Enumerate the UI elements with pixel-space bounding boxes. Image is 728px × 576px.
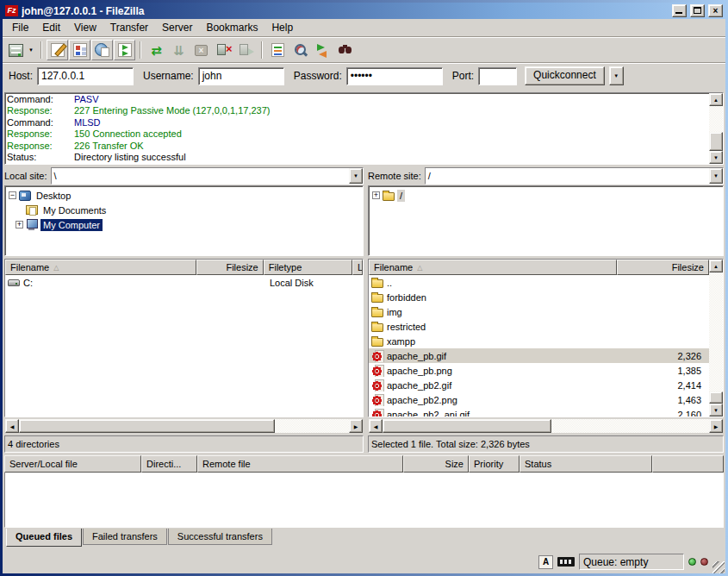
local-site-combobox[interactable]: \ ▼ [51, 167, 364, 185]
menu-server[interactable]: Server [155, 20, 199, 35]
menu-view[interactable]: View [67, 20, 103, 35]
quickconnect-button[interactable]: Quickconnect [525, 66, 605, 85]
log-vertical-scrollbar[interactable]: ▲ ▼ [709, 93, 723, 164]
remote-file-row[interactable]: apache_pb2.gif2,414 [369, 378, 709, 392]
resize-grip[interactable] [712, 561, 725, 573]
queue-column-direction[interactable]: Directi... [141, 455, 197, 473]
scroll-up-button[interactable]: ▲ [709, 93, 723, 106]
scrollbar-thumb[interactable] [19, 419, 275, 433]
remote-column-filename[interactable]: Filename△ [369, 260, 617, 275]
close-button[interactable]: × [708, 4, 723, 17]
scrollbar-thumb[interactable] [383, 419, 551, 433]
quickconnect-dropdown-button[interactable]: ▼ [609, 66, 624, 85]
scroll-right-button[interactable]: ▶ [349, 419, 363, 433]
image-file-icon [371, 350, 383, 362]
log-line: Response:226 Transfer OK [7, 141, 709, 152]
tab-queued-files[interactable]: Queued files [6, 529, 82, 547]
directory-listing-filters-button[interactable] [267, 40, 289, 60]
remote-file-row[interactable]: .. [369, 275, 709, 290]
local-column-lastmodified[interactable]: L [352, 260, 363, 275]
disconnect-button[interactable]: × [213, 40, 234, 60]
file-search-button[interactable] [289, 40, 311, 60]
toolbar-separator [140, 41, 141, 59]
tree-item-root[interactable]: + / [370, 188, 722, 203]
menu-help[interactable]: Help [264, 20, 300, 35]
toggle-message-log-button[interactable] [47, 40, 68, 60]
cancel-operation-button[interactable]: × [190, 40, 212, 60]
scrollbar-thumb[interactable] [709, 132, 723, 151]
remote-file-row[interactable]: forbidden [369, 290, 709, 304]
remote-horizontal-scrollbar[interactable]: ◀ ▶ [369, 419, 723, 433]
remote-file-row[interactable]: apache_pb2.png1,463 [369, 392, 709, 407]
site-manager-dropdown-button[interactable]: ▼ [26, 40, 36, 60]
menu-bookmarks[interactable]: Bookmarks [199, 20, 264, 35]
remote-file-row[interactable]: xampp [369, 334, 709, 348]
remote-file-row[interactable]: restricted [369, 319, 709, 334]
local-pane: Local site: \ ▼ − Desktop My Documents [4, 167, 364, 453]
remote-column-filesize[interactable]: Filesize [617, 260, 709, 275]
scrollbar-thumb[interactable] [709, 391, 723, 404]
tab-failed-transfers[interactable]: Failed transfers [83, 529, 167, 545]
scroll-left-button[interactable]: ◀ [5, 419, 19, 433]
title-bar: Fz john@127.0.0.1 - FileZilla × [3, 3, 725, 19]
port-input[interactable] [478, 67, 517, 85]
username-input[interactable]: john [198, 67, 284, 85]
desktop-icon [19, 191, 31, 201]
host-input[interactable]: 127.0.0.1 [37, 67, 134, 85]
remote-file-row-selected[interactable]: apache_pb.gif2,326 [369, 348, 709, 363]
remote-vertical-scrollbar[interactable]: ▲ ▼ [709, 260, 723, 416]
scroll-left-button[interactable]: ◀ [369, 419, 383, 433]
process-queue-button[interactable]: ⇊ [168, 40, 190, 60]
expand-icon[interactable]: + [372, 191, 380, 199]
local-column-filetype[interactable]: Filetype [264, 260, 352, 275]
remote-site-combobox[interactable]: / ▼ [425, 167, 724, 185]
combo-dropdown-button[interactable]: ▼ [349, 168, 363, 184]
arrow-up-icon: ▲ [713, 97, 719, 103]
refresh-button[interactable]: ⇄ [146, 40, 167, 60]
tree-item-my-documents[interactable]: My Documents [6, 203, 362, 217]
local-file-row[interactable]: C: Local Disk [5, 275, 363, 290]
scroll-down-button[interactable]: ▼ [709, 404, 723, 416]
queue-column-serverlocal[interactable]: Server/Local file [4, 455, 141, 473]
transfer-type-ascii-icon[interactable]: A [538, 555, 553, 569]
queue-column-priority[interactable]: Priority [469, 455, 520, 473]
arrow-left-icon: ◀ [10, 423, 15, 429]
queue-column-remotefile[interactable]: Remote file [197, 455, 403, 473]
scroll-right-button[interactable]: ▶ [709, 419, 723, 433]
folder-icon [371, 338, 383, 347]
speed-limit-badge-icon[interactable] [557, 557, 575, 567]
collapse-icon[interactable]: − [9, 191, 16, 199]
remote-file-list: Filename△ Filesize .. forbidden img rest… [368, 259, 724, 417]
expand-icon[interactable]: + [16, 221, 23, 229]
maximize-button[interactable] [690, 4, 705, 17]
tree-item-my-computer[interactable]: + My Computer [6, 217, 362, 232]
remote-file-row[interactable]: apache_pb.png1,385 [369, 363, 709, 378]
local-column-filesize[interactable]: Filesize [196, 260, 263, 275]
tab-successful-transfers[interactable]: Successful transfers [168, 529, 272, 545]
queue-column-size[interactable]: Size [403, 455, 469, 473]
toggle-local-tree-button[interactable] [69, 40, 90, 60]
local-horizontal-scrollbar[interactable]: ◀ ▶ [5, 419, 363, 433]
remote-file-row[interactable]: img [369, 304, 709, 319]
local-tree-icon [73, 43, 87, 57]
toggle-remote-tree-button[interactable] [91, 40, 113, 60]
directory-comparison-button[interactable] [312, 40, 333, 60]
minimize-button[interactable] [672, 4, 687, 17]
synchronized-browsing-button[interactable] [334, 40, 356, 60]
scroll-up-button[interactable]: ▲ [709, 260, 723, 272]
site-manager-button[interactable] [6, 40, 25, 60]
local-column-filename[interactable]: Filename△ [5, 260, 196, 275]
tree-item-desktop[interactable]: − Desktop [6, 188, 362, 203]
password-input[interactable]: •••••• [346, 67, 443, 85]
scroll-down-button[interactable]: ▼ [709, 151, 723, 164]
combo-dropdown-button[interactable]: ▼ [709, 168, 723, 184]
toolbar-separator [261, 41, 263, 59]
toggle-transfer-queue-button[interactable] [114, 40, 135, 60]
menu-edit[interactable]: Edit [35, 20, 67, 35]
remote-file-row[interactable]: apache_pb2_ani.gif2,160 [369, 407, 709, 416]
arrow-down-icon: ▼ [713, 155, 719, 160]
menu-file[interactable]: File [5, 20, 35, 35]
queue-column-status[interactable]: Status [520, 455, 652, 473]
menu-transfer[interactable]: Transfer [103, 20, 155, 35]
reconnect-button[interactable] [235, 40, 257, 60]
